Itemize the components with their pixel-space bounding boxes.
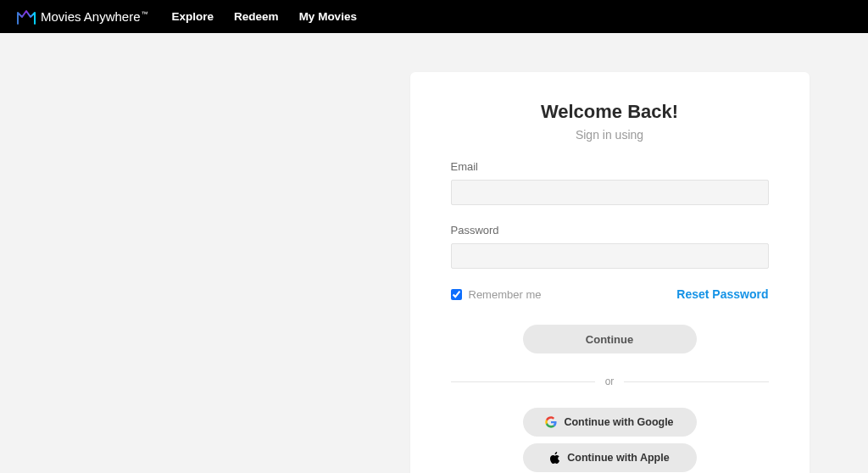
nav-my-movies[interactable]: My Movies — [299, 10, 357, 23]
top-header: Movies Anywhere™ Explore Redeem My Movie… — [0, 0, 868, 33]
divider-line-left — [451, 381, 595, 382]
continue-google-label: Continue with Google — [564, 416, 673, 428]
remember-me-wrap: Remember me — [451, 288, 542, 301]
google-icon — [545, 416, 557, 428]
signin-title: Welcome Back! — [451, 101, 769, 123]
reset-password-link[interactable]: Reset Password — [676, 287, 768, 301]
password-field-group: Password — [451, 224, 769, 269]
continue-google-button[interactable]: Continue with Google — [523, 408, 697, 437]
password-input[interactable] — [451, 243, 769, 269]
divider-text: or — [605, 376, 615, 387]
logo-icon — [17, 9, 36, 25]
or-divider: or — [451, 376, 769, 387]
email-label: Email — [451, 160, 769, 173]
password-label: Password — [451, 224, 769, 236]
email-input[interactable] — [451, 180, 769, 205]
brand-name: Movies Anywhere™ — [41, 9, 148, 24]
remember-reset-row: Remember me Reset Password — [451, 287, 769, 301]
signin-subtitle: Sign in using — [451, 128, 769, 142]
nav-redeem[interactable]: Redeem — [234, 10, 279, 23]
email-field-group: Email — [451, 160, 769, 205]
top-nav: Explore Redeem My Movies — [172, 10, 357, 23]
apple-icon — [549, 452, 560, 465]
continue-apple-label: Continue with Apple — [567, 452, 669, 464]
signin-card: Welcome Back! Sign in using Email Passwo… — [410, 72, 810, 473]
remember-me-label: Remember me — [469, 288, 542, 301]
brand-logo[interactable]: Movies Anywhere™ — [17, 9, 148, 25]
continue-apple-button[interactable]: Continue with Apple — [523, 443, 697, 472]
continue-button[interactable]: Continue — [523, 325, 697, 353]
main-content: Welcome Back! Sign in using Email Passwo… — [0, 33, 868, 473]
remember-me-checkbox[interactable] — [451, 289, 462, 300]
divider-line-right — [624, 381, 768, 382]
nav-explore[interactable]: Explore — [172, 10, 214, 23]
